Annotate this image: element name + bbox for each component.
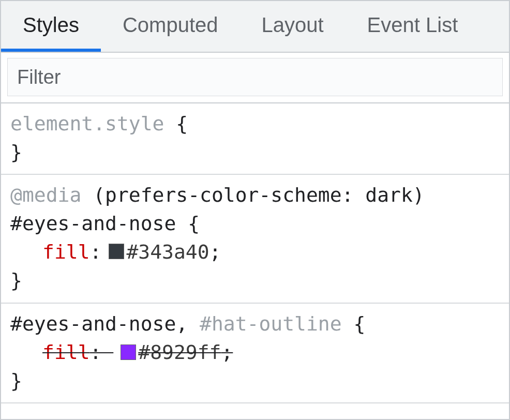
css-value[interactable]: #343a40 <box>126 238 209 266</box>
rule-selector[interactable]: #eyes-and-nose <box>10 312 176 335</box>
rule-block[interactable]: #eyes-and-nose, #hat-outline { fill: #89… <box>1 304 509 403</box>
tab-styles[interactable]: Styles <box>1 1 101 52</box>
rule-selector[interactable]: element.style <box>10 112 164 135</box>
tab-layout[interactable]: Layout <box>240 1 346 52</box>
brace-close: } <box>10 367 500 395</box>
color-swatch-icon[interactable] <box>109 244 124 259</box>
selector-separator: , <box>176 312 200 335</box>
filter-input[interactable] <box>7 58 503 96</box>
media-keyword: @media <box>10 184 81 206</box>
tab-label: Event List <box>367 13 458 37</box>
css-value[interactable]: #8929ff <box>138 341 221 364</box>
brace-open: { <box>164 112 188 135</box>
rule-selector[interactable]: #hat-outline <box>200 312 342 335</box>
rule-block[interactable]: @media (prefers-color-scheme: dark) #eye… <box>1 175 509 303</box>
styles-panel: Styles Computed Layout Event List elemen… <box>0 0 510 420</box>
tab-label: Layout <box>262 13 324 37</box>
tab-label: Styles <box>23 13 79 37</box>
rule-selector-line: element.style { <box>10 110 500 138</box>
rule-selector-line: #eyes-and-nose, #hat-outline { <box>10 310 500 338</box>
rule-selector-line: #eyes-and-nose { <box>10 209 500 238</box>
color-swatch-icon[interactable] <box>121 344 136 360</box>
tab-event-listeners[interactable]: Event List <box>346 1 480 52</box>
declaration[interactable]: fill: #8929ff; <box>10 338 500 367</box>
declaration[interactable]: fill: #343a40; <box>10 238 500 266</box>
filter-bar <box>1 53 509 103</box>
tab-computed[interactable]: Computed <box>101 1 240 52</box>
media-condition: (prefers-color-scheme: dark) <box>81 184 424 206</box>
media-line: @media (prefers-color-scheme: dark) <box>10 181 500 209</box>
brace-open: { <box>342 312 366 335</box>
css-property[interactable]: fill <box>42 341 90 364</box>
brace-close: } <box>10 138 500 167</box>
tab-label: Computed <box>123 13 218 37</box>
overridden-declaration: fill: #8929ff; <box>42 338 233 367</box>
rule-selector[interactable]: #eyes-and-nose <box>10 212 176 235</box>
css-property[interactable]: fill <box>42 238 90 266</box>
brace-open: { <box>176 212 200 235</box>
semicolon: ; <box>221 341 233 364</box>
rule-block[interactable]: element.style { } <box>1 103 509 175</box>
brace-close: } <box>10 266 500 295</box>
tab-bar: Styles Computed Layout Event List <box>1 1 509 53</box>
colon: : <box>90 238 102 266</box>
rules-list: element.style { } @media (prefers-color-… <box>1 103 509 419</box>
colon: : <box>90 341 114 364</box>
semicolon: ; <box>209 238 221 266</box>
